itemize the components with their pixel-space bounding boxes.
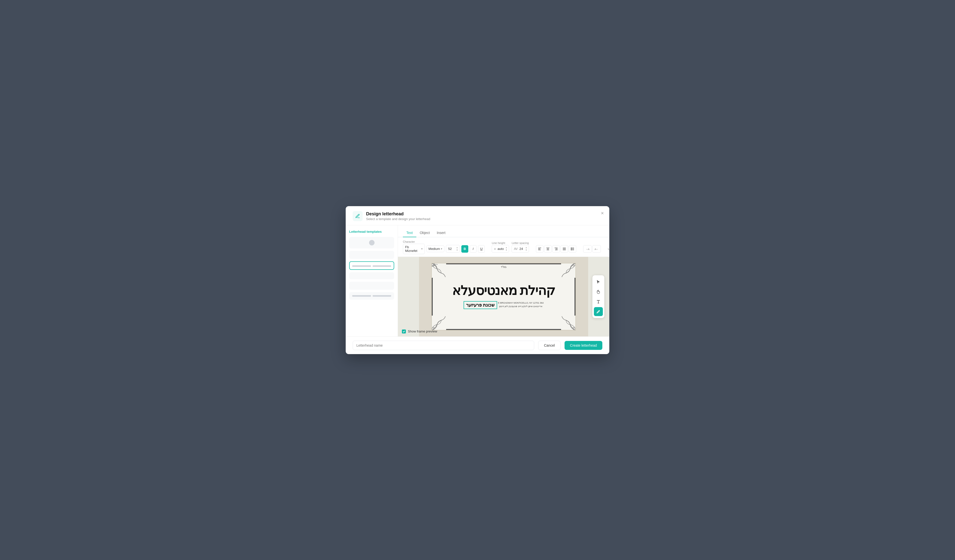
character-group: Character Fb Miznefet ▾ Medium ▾ (403, 240, 478, 254)
template-1-circle (369, 240, 374, 246)
template-2-lines (357, 254, 387, 256)
tab-insert[interactable]: Insert (433, 229, 449, 237)
font-size-input[interactable]: 52 ▴▾ (446, 245, 460, 253)
template-item-2[interactable] (349, 251, 394, 259)
canvas-container[interactable]: בס"ד קהילת מאנטיסעלא 364 E BROADWAY MONT… (398, 257, 478, 280)
tab-text[interactable]: Text (403, 229, 416, 237)
dialog-header: Design letterhead Select a template and … (346, 206, 478, 225)
tabs-bar: Text Object Insert (398, 225, 478, 237)
tl-row (352, 265, 391, 267)
template-1-lines (352, 242, 367, 243)
dialog-title-group: Design letterhead Select a template and … (366, 211, 430, 221)
font-weight-value: Medium (429, 247, 440, 251)
sidebar-title: Letterhead templates (349, 230, 394, 233)
canvas-bg: בס"ד קהילת מאנטיסעלא 364 E BROADWAY MONT… (419, 257, 478, 280)
font-size-chevron: ▴▾ (457, 246, 458, 251)
dialog-title: Design letterhead (366, 211, 430, 217)
canvas-inner[interactable]: בס"ד קהילת מאנטיסעלא 364 E BROADWAY MONT… (432, 263, 478, 280)
dialog-subtitle: Select a template and design your letter… (366, 217, 430, 221)
font-family-value: Fb Miznefet (405, 245, 420, 253)
character-label: Character (403, 240, 478, 243)
tl9 (352, 265, 371, 267)
tl10 (373, 265, 391, 267)
text-toolbar: Character Fb Miznefet ▾ Medium ▾ (398, 237, 478, 257)
dialog-body: Letterhead templates (346, 225, 478, 280)
main-area: Text Object Insert Character Fb Miznefet… (398, 225, 478, 280)
template-item-4[interactable] (349, 272, 394, 279)
border-left (432, 278, 433, 280)
tab-object[interactable]: Object (416, 229, 433, 237)
template-3-content (352, 264, 391, 267)
template-item-1[interactable] (349, 237, 394, 249)
font-weight-select[interactable]: Medium ▾ (426, 246, 445, 252)
character-controls: Fb Miznefet ▾ Medium ▾ 52 ▴▾ B (403, 244, 478, 254)
border-top (446, 263, 478, 264)
template-4-content (352, 275, 391, 276)
dialog-icon (353, 211, 363, 221)
modal-overlay: Design letterhead Select a template and … (0, 0, 478, 280)
bold-button[interactable]: B (461, 245, 468, 253)
template-item-3[interactable] (349, 261, 394, 270)
font-family-select[interactable]: Fb Miznefet ▾ (403, 244, 425, 254)
font-size-value: 52 (448, 247, 452, 251)
design-letterhead-dialog: Design letterhead Select a template and … (346, 206, 478, 280)
italic-button[interactable]: I (470, 245, 476, 253)
font-family-chevron: ▾ (421, 247, 423, 250)
templates-sidebar: Letterhead templates (346, 225, 398, 280)
font-weight-chevron: ▾ (441, 247, 442, 250)
corner-decoration-tl (432, 263, 447, 278)
template-1-lines2 (377, 242, 391, 243)
